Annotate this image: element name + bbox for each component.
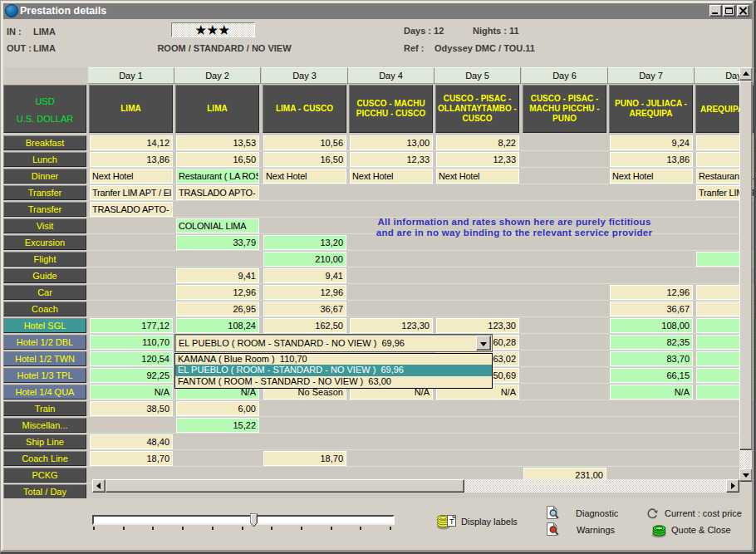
svg-text:T: T	[449, 517, 454, 526]
